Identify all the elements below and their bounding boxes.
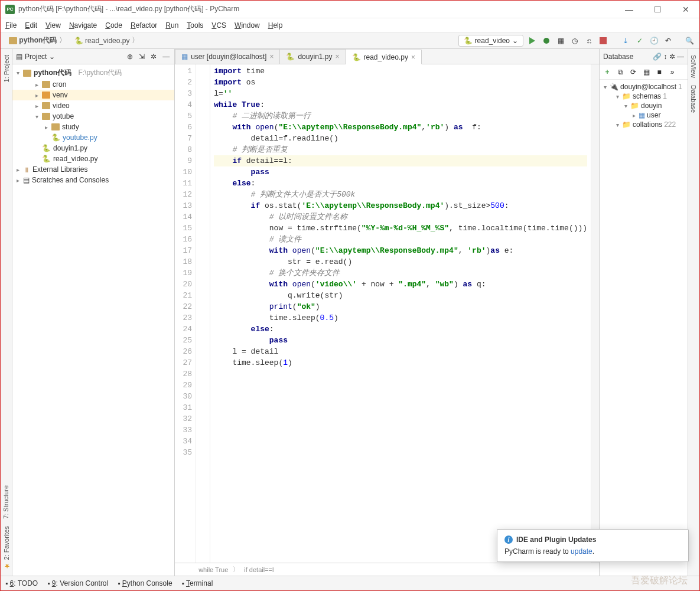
crumb-file[interactable]: 🐍 read_video.py 〉 — [71, 34, 142, 47]
left-tab-project[interactable]: 1: Project — [2, 51, 11, 86]
db-datasource[interactable]: ▾🔌douyin@localhost 1 — [601, 82, 686, 92]
stop-button[interactable]: ■ — [654, 67, 665, 77]
minimize-button[interactable]: — — [620, 5, 638, 14]
tool-icon: ▪ — [47, 579, 50, 587]
source[interactable]: import timeimport osl=''while True: # 二进… — [210, 64, 591, 563]
menu-edit[interactable]: Edit — [25, 21, 37, 30]
db-tree-item[interactable]: ▾📁 schemas 1 — [601, 92, 686, 101]
update-link[interactable]: update — [571, 547, 592, 556]
more-button[interactable]: » — [667, 67, 678, 77]
tree-item[interactable]: 🐍 douyin1.py — [12, 143, 174, 154]
right-gutter: SciView Database — [688, 49, 699, 576]
menu-help[interactable]: Help — [268, 21, 283, 30]
vcs-commit-button[interactable]: ✓ — [634, 35, 645, 46]
vcs-update-button[interactable]: ⤓ — [620, 35, 631, 46]
concurrency-button[interactable]: ⎌ — [584, 35, 594, 46]
debug-button[interactable] — [541, 35, 552, 46]
add-button[interactable]: + — [602, 67, 613, 77]
editor-tab[interactable]: 🐍douyin1.py× — [279, 49, 346, 64]
svg-point-0 — [543, 38, 549, 44]
python-icon: 🐍 — [464, 37, 473, 45]
tree-item[interactable]: ▸ video — [12, 100, 174, 111]
menu-window[interactable]: Window — [235, 21, 260, 30]
vcs-history-button[interactable]: 🕘 — [649, 35, 659, 46]
maximize-button[interactable]: ☐ — [649, 5, 666, 14]
close-tab-icon[interactable]: × — [335, 53, 339, 61]
hide-icon[interactable]: — — [677, 53, 684, 61]
scroll-from-source-icon[interactable]: ⊕ — [127, 53, 135, 61]
error-stripe — [591, 64, 599, 563]
run-button[interactable] — [527, 35, 538, 46]
tree-scratches[interactable]: ▸▤ Scratches and Consoles — [12, 175, 174, 185]
popup-title: IDE and Plugin Updates — [516, 536, 596, 544]
sort-icon[interactable]: ↕ — [663, 53, 667, 61]
settings-icon[interactable]: ✲ — [151, 53, 159, 61]
duplicate-button[interactable]: ⧉ — [615, 67, 626, 77]
menu-refactor[interactable]: Refactor — [131, 21, 157, 30]
folder-icon: 📁 — [622, 92, 631, 100]
settings-icon[interactable]: ✲ — [669, 53, 675, 61]
refresh-button[interactable]: ⟳ — [628, 67, 639, 77]
menu-tools[interactable]: Tools — [187, 21, 203, 30]
menu-vcs[interactable]: VCS — [211, 21, 226, 30]
tool-icon: ▪ — [182, 579, 184, 587]
db-tree-item[interactable]: ▾📁 collations 222 — [601, 120, 686, 129]
library-icon: ⫼ — [23, 165, 30, 174]
main: 1: Project 7: Structure ★2: Favorites ▤ … — [1, 49, 699, 576]
crumb-scope[interactable]: while True — [198, 566, 228, 573]
link-icon[interactable]: 🔗 — [653, 53, 662, 61]
close-tab-icon[interactable]: × — [269, 53, 274, 61]
tree-item[interactable]: ▸ cron — [12, 79, 174, 90]
folder-icon — [42, 113, 50, 120]
vcs-revert-button[interactable]: ↶ — [663, 35, 673, 46]
folder-icon — [23, 70, 31, 77]
breadcrumb: python代码 〉 🐍 read_video.py 〉 — [5, 34, 142, 47]
tool-window-button[interactable]: ▪ 6: TODO — [5, 579, 38, 587]
right-tab-database[interactable]: Database — [689, 81, 698, 116]
tool-window-button[interactable]: ▪ Terminal — [182, 579, 213, 587]
tree-item[interactable]: ▸ venv — [12, 90, 174, 100]
tree-item[interactable]: ▾ yotube — [12, 111, 174, 122]
tree-root[interactable]: ▾ python代码 F:\python代码 — [12, 67, 174, 79]
menu-navigate[interactable]: Navigate — [69, 21, 97, 30]
chevron-down-icon[interactable]: ⌄ — [49, 53, 55, 61]
code-area[interactable]: 1234567891011121314151617181920212223242… — [175, 64, 599, 563]
menu-run[interactable]: Run — [165, 21, 178, 30]
hide-icon[interactable]: — — [162, 53, 171, 61]
folder-icon: 📁 — [630, 102, 639, 110]
python-icon: 🐍 — [51, 133, 60, 142]
close-button[interactable]: ✕ — [677, 5, 695, 14]
close-tab-icon[interactable]: × — [411, 53, 415, 61]
tool-window-button[interactable]: ▪ Python Console — [118, 579, 172, 587]
toolbar: 🐍read_video ⌄ ▦ ◷ ⎌ ⤓ ✓ 🕘 ↶ 🔍 — [458, 35, 695, 47]
editor-tab[interactable]: ▦user [douyin@localhost]× — [175, 49, 280, 64]
profile-button[interactable]: ◷ — [569, 35, 580, 46]
collapse-icon[interactable]: ⇲ — [139, 53, 147, 61]
run-config-selector[interactable]: 🐍read_video ⌄ — [458, 35, 523, 47]
crumb-scope[interactable]: if detail==l — [244, 566, 274, 573]
console-button[interactable]: ▦ — [641, 67, 652, 77]
svg-rect-1 — [600, 37, 607, 44]
right-tab-sciview[interactable]: SciView — [689, 51, 698, 81]
menu-file[interactable]: File — [5, 21, 17, 30]
project-panel: ▤ Project ⌄ ⊕ ⇲ ✲ — ▾ python代码 F:\python… — [12, 49, 175, 576]
tree-item[interactable]: 🐍 read_video.py — [12, 154, 174, 164]
search-button[interactable]: 🔍 — [684, 35, 695, 46]
line-numbers: 1234567891011121314151617181920212223242… — [175, 64, 196, 563]
menu-view[interactable]: View — [45, 21, 61, 30]
left-tab-favorites[interactable]: ★2: Favorites — [1, 523, 11, 573]
db-tree-item[interactable]: ▾📁 douyin — [601, 101, 686, 110]
db-tree-item[interactable]: ▸▦ user — [601, 110, 686, 120]
crumb-root[interactable]: python代码 〉 — [5, 34, 70, 47]
tree-item[interactable]: 🐍 youtube.py — [12, 132, 174, 143]
left-tab-structure[interactable]: 7: Structure — [1, 482, 11, 523]
tree-item[interactable]: ▸ study — [12, 122, 174, 132]
editor-tab[interactable]: 🐍read_video.py× — [346, 50, 422, 64]
stop-button[interactable] — [598, 35, 608, 46]
pycharm-icon: PC — [5, 5, 15, 14]
project-panel-title: Project — [25, 53, 47, 61]
menu-code[interactable]: Code — [105, 21, 122, 30]
tool-window-button[interactable]: ▪ 9: Version Control — [47, 579, 108, 587]
tree-external-libs[interactable]: ▸⫼ External Libraries — [12, 164, 174, 175]
coverage-button[interactable]: ▦ — [555, 35, 566, 46]
